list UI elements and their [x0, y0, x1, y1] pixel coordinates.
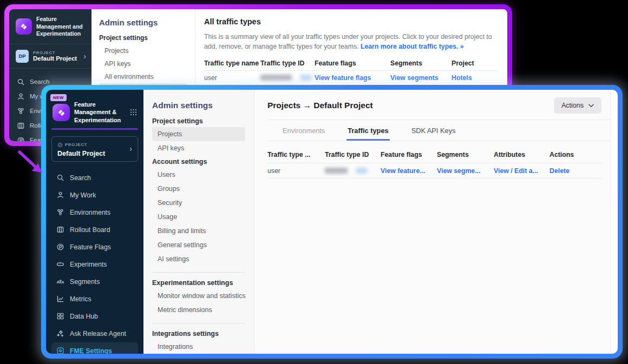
- rollout-board-icon: [17, 122, 25, 130]
- annotation-arrow: [14, 148, 49, 178]
- segments-icon: [56, 277, 64, 286]
- divider: [152, 323, 245, 323]
- my-work-icon: [56, 191, 64, 199]
- table-row: user View feature flags View segments Ho…: [204, 71, 498, 85]
- settings-item-monitor-window[interactable]: Monitor window and statistics: [152, 289, 245, 303]
- search-icon: [17, 78, 25, 86]
- back-brand: Feature Management and Experimentation: [9, 9, 91, 44]
- desktop-background: Feature Management and Experimentation D…: [0, 0, 628, 364]
- tab-environments[interactable]: Environments: [282, 120, 326, 141]
- settings-item-users[interactable]: Users: [152, 168, 245, 182]
- settings-item-integrations[interactable]: Integrations: [152, 340, 245, 354]
- feature-flags-icon: [56, 243, 64, 251]
- back-project-selector[interactable]: DP PROJECT Default Project ›: [9, 44, 91, 69]
- sidebar-item-data-hub[interactable]: Data Hub: [51, 308, 138, 325]
- table-row: user View feature... View segme... View …: [267, 163, 601, 178]
- back-settings-title: Admin settings: [99, 18, 187, 27]
- sidebar-item-experiments[interactable]: Experiments: [51, 256, 138, 273]
- settings-item-ai-settings[interactable]: AI settings: [152, 252, 245, 266]
- my-work-icon: [17, 92, 25, 101]
- front-sidebar: NEW Feature Management & Experimentation: [46, 90, 143, 354]
- settings-item-projects[interactable]: Projects: [99, 44, 187, 57]
- apps-grid-icon[interactable]: [130, 108, 137, 118]
- section-integrations-settings: Integrations settings: [152, 330, 245, 337]
- settings-item-all-environments[interactable]: All environments: [99, 70, 187, 83]
- view-segments-link[interactable]: View segments: [390, 74, 452, 82]
- sidebar-item-environments[interactable]: Environments: [51, 204, 138, 221]
- project-name: Default Project: [33, 55, 77, 62]
- project-link[interactable]: Hotels: [452, 74, 498, 82]
- sidebar-item-fme-settings[interactable]: FME Settings: [51, 342, 138, 354]
- settings-item-groups[interactable]: Groups: [152, 182, 245, 196]
- chevron-down-icon: [588, 102, 594, 109]
- sidebar-item-rollout-board[interactable]: Rollout Board: [51, 221, 138, 239]
- project-name: Default Project: [57, 150, 105, 157]
- brand-accent-divider: [51, 128, 138, 130]
- view-edit-attributes-link[interactable]: View / Edit a...: [494, 167, 550, 175]
- divider: [152, 272, 245, 273]
- settings-item-general-settings[interactable]: General settings: [152, 238, 245, 252]
- back-table-header: Traffic type name Traffic type ID Featur…: [204, 56, 498, 71]
- tab-bar: Environments Traffic types SDK API Keys: [267, 120, 610, 141]
- sidebar-item-feature-flags[interactable]: Feature Flags: [51, 239, 138, 256]
- front-settings-title: Admin settings: [152, 101, 245, 110]
- feature-flags-icon: [17, 136, 25, 141]
- back-description: This is a summary view of all your traff…: [204, 32, 498, 52]
- front-settings-nav: Admin settings Project settings Projects…: [143, 90, 254, 354]
- front-brand-title: Feature Management & Experimentation: [74, 101, 125, 124]
- front-main-content: Projects → Default Project Actions Envir…: [254, 90, 611, 354]
- section-account-settings: Account settings: [152, 158, 245, 166]
- sidebar-item-metrics[interactable]: Metrics: [51, 290, 138, 308]
- front-window: NEW Feature Management & Experimentation: [41, 85, 623, 359]
- breadcrumb: Projects → Default Project: [267, 101, 373, 110]
- back-section-project-settings: Project settings: [99, 34, 187, 42]
- experiments-icon: [56, 260, 64, 268]
- project-label: PROJECT: [33, 50, 77, 55]
- settings-item-api-keys[interactable]: API keys: [152, 141, 245, 155]
- environments-icon: [17, 107, 25, 115]
- data-hub-icon: [56, 312, 64, 320]
- ask-release-agent-icon: [56, 329, 64, 337]
- front-project-selector[interactable]: PROJECT Default Project ›: [51, 136, 138, 162]
- front-table-header: Traffic type ... Traffic type ID Feature…: [267, 147, 601, 163]
- search-icon: [56, 174, 64, 182]
- back-page-title: All traffic types: [204, 17, 498, 26]
- settings-item-metric-dimensions[interactable]: Metric dimensions: [152, 303, 245, 317]
- settings-item-usage[interactable]: Usage: [152, 210, 245, 224]
- new-badge: NEW: [50, 94, 67, 101]
- traffic-types-table: Traffic type ... Traffic type ID Feature…: [267, 147, 610, 178]
- tab-traffic-types[interactable]: Traffic types: [346, 120, 389, 141]
- front-nav: Search My Work Environments Rollout Boar…: [51, 169, 138, 354]
- view-feature-flags-link[interactable]: View feature...: [381, 167, 437, 175]
- back-brand-title: Feature Management and Experimentation: [36, 16, 87, 38]
- chevron-right-icon: ›: [83, 52, 86, 60]
- section-experimentation-settings: Experimentation settings: [152, 279, 245, 287]
- redacted-traffic-type-id: [325, 168, 381, 174]
- sidebar-item-my-work[interactable]: My Work: [51, 187, 138, 204]
- split-logo: [53, 104, 70, 121]
- sidebar-item-search[interactable]: Search: [51, 169, 138, 187]
- learn-more-link[interactable]: Learn more about traffic types. »: [361, 43, 464, 50]
- rollout-board-icon: [56, 226, 64, 234]
- metrics-icon: [56, 295, 64, 303]
- front-brand: NEW Feature Management & Experimentation: [51, 96, 138, 124]
- fme-settings-icon: [56, 347, 64, 354]
- view-feature-flags-link[interactable]: View feature flags: [315, 74, 390, 82]
- redacted-traffic-type-id: [260, 75, 315, 81]
- settings-item-billing-and-limits[interactable]: Billing and limits: [152, 224, 245, 238]
- project-circle-icon: [57, 140, 63, 150]
- sidebar-item-ask-release-agent[interactable]: Ask Release Agent: [51, 325, 138, 342]
- tab-sdk-api-keys[interactable]: SDK API Keys: [410, 120, 457, 141]
- sidebar-item-segments[interactable]: Segments: [51, 273, 138, 290]
- project-label: PROJECT: [65, 142, 87, 147]
- delete-link[interactable]: Delete: [550, 167, 601, 175]
- split-logo: [16, 18, 32, 35]
- settings-item-security[interactable]: Security: [152, 196, 245, 210]
- settings-item-api-keys[interactable]: API keys: [99, 57, 187, 70]
- settings-item-projects[interactable]: Projects: [152, 127, 245, 141]
- chevron-right-icon: ›: [129, 145, 132, 153]
- view-segments-link[interactable]: View segme...: [437, 167, 494, 175]
- actions-button[interactable]: Actions: [554, 97, 601, 114]
- project-badge: DP: [16, 50, 29, 63]
- section-project-settings: Project settings: [152, 117, 245, 125]
